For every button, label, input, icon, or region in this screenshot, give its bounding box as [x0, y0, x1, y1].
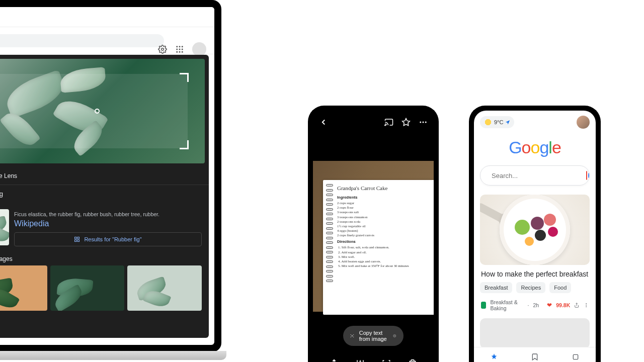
nav-collections[interactable]: Collections [515, 347, 555, 362]
direction-line: 4. Add beaten eggs and carrots. [337, 259, 429, 263]
svg-rect-12 [75, 237, 77, 239]
lens-icon[interactable] [382, 359, 391, 362]
laptop-screen: Google Lens Rubber fig Plant Ficus elast… [0, 7, 214, 345]
ingredient-line: 3 teaspoons salt [337, 210, 429, 214]
svg-rect-15 [77, 240, 79, 242]
direction-line: 2. Add sugar and oil. [337, 250, 429, 254]
similar-image-tile[interactable] [50, 265, 125, 311]
laptop-base [0, 351, 226, 360]
laptop-device: Google Lens Rubber fig Plant Ficus elast… [0, 0, 221, 352]
star-icon[interactable] [401, 118, 411, 127]
settings-gear-icon[interactable] [158, 45, 167, 54]
phone-google-device: 9°C Google [469, 106, 601, 362]
svg-point-20 [425, 122, 427, 123]
direction-line: 5. Mix well and bake at 350°F for about … [337, 263, 429, 268]
similar-images-heading: Similar images [0, 252, 209, 265]
share-icon[interactable] [330, 359, 339, 362]
direction-line: 3. Mix well. [337, 254, 429, 259]
svg-marker-17 [403, 119, 410, 126]
account-avatar[interactable] [192, 42, 206, 56]
edit-sliders-icon[interactable] [356, 359, 365, 362]
svg-point-21 [352, 335, 353, 336]
recipe-notebook: Grandpa's Carrot Cake Ingredients 2 cups… [323, 180, 434, 315]
nav-tabs[interactable]: Tabs [555, 347, 596, 362]
camera-lens-icon[interactable] [586, 171, 587, 180]
ingredient-line: 4 eggs (beaten) [337, 228, 429, 233]
ingredients-heading: Ingredients [337, 195, 429, 200]
svg-rect-14 [75, 240, 77, 242]
directions-heading: Directions [337, 239, 429, 244]
discover-card-placeholder[interactable] [480, 318, 590, 348]
bottom-nav: Home Collections Tabs [474, 347, 596, 362]
wikipedia-link[interactable]: Wikipedia [14, 219, 202, 228]
svg-point-4 [176, 49, 178, 50]
card-overflow-icon[interactable] [584, 302, 589, 309]
svg-point-9 [182, 51, 183, 53]
google-lens-panel: Google Lens Rubber fig Plant Ficus elast… [0, 55, 209, 338]
phone-google-screen: 9°C Google [474, 111, 596, 362]
search-input[interactable] [492, 172, 576, 179]
similar-image-tile[interactable] [127, 265, 202, 311]
results-button-label: Results for "Rubber fig" [84, 236, 141, 242]
svg-point-19 [423, 122, 424, 123]
ingredient-line: 2 teaspoons soda [337, 219, 429, 224]
search-bar[interactable] [480, 165, 590, 186]
more-icon[interactable] [419, 118, 428, 127]
nav-home[interactable]: Home [474, 347, 515, 362]
apps-grid-icon[interactable] [175, 45, 184, 54]
svg-point-16 [385, 125, 386, 126]
trash-icon[interactable] [408, 359, 417, 362]
lens-crop-selection[interactable] [0, 74, 188, 148]
topic-chip[interactable]: Breakfast [480, 282, 512, 293]
results-button[interactable]: Results for "Rubber fig" [14, 232, 202, 246]
source-favicon [481, 302, 486, 309]
ingredient-line: 2 cups sugar [337, 201, 429, 205]
copy-text-pill[interactable]: Copy text from image [343, 326, 404, 346]
photo-viewport[interactable]: Grandpa's Carrot Cake Ingredients 2 cups… [313, 161, 434, 312]
topic-chip[interactable]: Recipes [516, 282, 545, 293]
svg-point-2 [179, 46, 181, 47]
ingredient-line: 3 teaspoons cinnamon [337, 215, 429, 219]
ingredient-line: 2 cups finely grated carrots [337, 233, 429, 237]
recipe-title: Grandpa's Carrot Cake [337, 185, 429, 191]
svg-point-0 [162, 48, 164, 51]
card-title: How to make the perfect breakfast [480, 265, 590, 282]
svg-point-35 [586, 303, 587, 304]
svg-point-1 [176, 46, 178, 47]
user-avatar[interactable] [577, 116, 590, 129]
back-icon[interactable] [319, 118, 328, 127]
close-pill-icon[interactable] [393, 333, 396, 339]
topic-chip[interactable]: Food [549, 282, 571, 293]
ingredient-line: 2 cups flour [337, 205, 429, 210]
svg-rect-13 [77, 237, 79, 239]
likes-count: 99.8K [556, 302, 570, 308]
card-time: 2h [533, 302, 539, 308]
share-card-icon[interactable] [574, 302, 579, 309]
card-source: Breakfast & Baking [490, 299, 523, 311]
lens-brand-label: Google Lens [0, 172, 17, 179]
svg-point-7 [176, 51, 178, 53]
heart-icon[interactable]: ❤ [547, 302, 552, 309]
svg-point-6 [182, 49, 183, 50]
cast-icon[interactable] [384, 118, 393, 127]
google-logo: Google [474, 131, 596, 165]
weather-sun-icon [484, 118, 492, 126]
svg-point-18 [420, 122, 421, 123]
result-thumbnail[interactable] [0, 209, 9, 245]
weather-pill[interactable]: 9°C [480, 116, 514, 128]
svg-point-8 [179, 51, 181, 53]
temperature-label: 9°C [494, 119, 503, 125]
location-arrow-icon [505, 120, 510, 125]
svg-point-36 [586, 305, 587, 306]
direction-line: 1. Sift flour, salt, soda and cinnamon. [337, 245, 429, 249]
svg-rect-38 [573, 354, 578, 359]
similar-image-tile[interactable] [0, 265, 47, 311]
lens-brand-row: Google Lens [0, 167, 209, 185]
discover-card[interactable]: How to make the perfect breakfast Breakf… [480, 195, 590, 311]
svg-point-37 [586, 306, 587, 307]
result-description: Ficus elastica, the rubber fig, rubber b… [14, 211, 159, 217]
browser-tab-bar [0, 7, 214, 27]
lens-image-viewport[interactable] [0, 59, 205, 163]
omnibox[interactable] [0, 34, 164, 47]
card-image [480, 195, 590, 265]
